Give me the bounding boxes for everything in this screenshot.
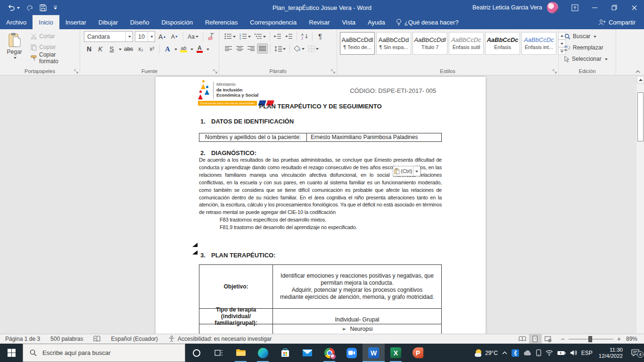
fuente-dialog-launcher[interactable] [213,69,217,74]
tab-archivo[interactable]: Archivo [0,15,33,29]
shrink-font-button[interactable]: A▼ [169,32,180,42]
style-sin-espaciado[interactable]: AaBbCcDd ¶ Sin espa... [376,32,411,55]
zoom-slider-thumb[interactable] [588,336,592,342]
tray-expand-button[interactable] [502,351,507,354]
tell-me-box[interactable]: ¿Qué desea hacer? [391,15,463,29]
page-indicator[interactable]: Página 1 de 3 [0,334,45,344]
bold-button[interactable]: N [84,44,94,54]
microsoft-store-button[interactable] [274,344,296,362]
accessibility-status[interactable]: Accesibilidad: es necesario investigar [163,334,277,344]
avatar[interactable] [547,2,558,13]
restore-button[interactable] [604,0,624,15]
style-enfasis-intenso[interactable]: AaBbCcDc Énfasis int... [521,32,556,55]
shading-button[interactable] [292,43,306,54]
document-area[interactable]: Ministerio de Inclusión Económica y Soci… [0,75,636,334]
underline-button[interactable]: S [107,44,117,54]
increase-indent-button[interactable] [284,31,294,41]
bluetooth-button[interactable] [512,349,519,357]
customize-qat-button[interactable] [53,5,58,10]
vertical-scrollbar[interactable] [636,75,644,334]
zoom-out-button[interactable]: − [561,335,565,343]
scroll-up-button[interactable] [637,76,644,83]
show-paragraph-marks-button[interactable]: ¶ [315,31,325,41]
proofing-status[interactable] [88,334,106,344]
cortana-button[interactable] [185,344,207,362]
grow-font-button[interactable]: A▲ [157,32,167,42]
document-page[interactable]: Ministerio de Inclusión Económica y Soci… [156,77,486,334]
action-center-button[interactable]: 4 [629,349,641,356]
web-layout-button[interactable] [542,334,554,344]
copy-button[interactable]: Copiar [29,42,78,52]
share-button[interactable]: Compartir [590,15,644,29]
find-button[interactable]: Buscar [562,31,614,41]
undo-button[interactable] [8,5,20,11]
numbered-list-button[interactable]: 123 [238,31,252,41]
tab-diseno[interactable]: Diseño [124,15,155,29]
edge-button[interactable] [252,344,274,362]
font-color-caret-icon[interactable] [206,49,209,52]
text-effects-button[interactable]: A [162,44,173,54]
select-button[interactable]: Seleccionar [562,54,614,64]
estilos-dialog-launcher[interactable] [553,69,557,74]
redo-button[interactable] [26,5,33,11]
language-indicator[interactable]: Español (Ecuador) [106,334,163,344]
strikethrough-button[interactable]: abc [123,44,134,54]
your-phone-button[interactable] [536,349,541,356]
save-button[interactable] [40,4,47,11]
clear-formatting-button[interactable] [206,32,217,42]
task-view-button[interactable] [207,344,230,362]
mail-button[interactable] [296,344,318,362]
read-mode-button[interactable] [516,334,529,344]
close-button[interactable] [624,0,644,15]
excel-taskbar-button[interactable]: X [385,344,407,362]
tab-dibujar[interactable]: Dibujar [92,15,124,29]
print-layout-button[interactable] [529,334,542,344]
align-center-button[interactable] [234,43,245,54]
underline-caret-icon[interactable] [119,49,122,52]
style-titulo-7[interactable]: AaBbCcDdl Título 7 [413,32,447,55]
powerpoint-taskbar-button[interactable]: P [407,344,429,362]
file-explorer-button[interactable] [230,344,252,362]
sort-button[interactable]: AZ [299,31,310,41]
language-button[interactable]: ESP [581,350,593,356]
tab-revisar[interactable]: Revisar [303,15,336,29]
highlight-button[interactable]: ab [178,44,189,54]
chrome-button[interactable] [318,344,340,362]
multilevel-list-button[interactable] [253,31,267,41]
zoom-slider[interactable] [569,339,613,339]
paste-options-popup[interactable]: (Ctrl) [393,166,421,176]
collapse-ribbon-button[interactable] [636,70,640,73]
volume-button[interactable] [570,350,577,356]
font-family-caret-icon[interactable] [125,32,132,41]
zoom-in-button[interactable]: + [617,335,621,343]
tab-correspondencia[interactable]: Correspondencia [244,15,303,29]
font-size-combo[interactable]: 10 [135,31,155,42]
tab-insertar[interactable]: Insertar [59,15,92,29]
justify-button[interactable] [257,43,268,54]
parrafo-dialog-launcher[interactable] [331,69,335,74]
tab-disposicion[interactable]: Disposición [155,15,198,29]
replace-button[interactable]: abac Reemplazar [562,42,614,53]
tab-inicio[interactable]: Inicio [33,15,59,29]
minimize-button[interactable] [585,0,604,15]
decrease-indent-button[interactable] [272,31,283,41]
font-color-button[interactable]: A [194,44,205,54]
tab-vista[interactable]: Vista [336,15,362,29]
italic-button[interactable]: K [95,44,106,54]
tab-ayuda[interactable]: Ayuda [362,15,391,29]
change-case-button[interactable]: Aa [187,32,199,42]
portapapeles-dialog-launcher[interactable] [74,69,78,74]
text-effects-caret-icon[interactable] [174,49,177,52]
line-spacing-button[interactable] [273,43,287,54]
align-left-button[interactable] [223,43,233,54]
paste-button[interactable]: Pegar [2,31,27,66]
scrollbar-thumb[interactable] [637,92,644,141]
wifi-button[interactable] [545,350,553,356]
clock[interactable]: 11:30 12/4/2022 [599,347,623,359]
word-count[interactable]: 500 palabras [45,334,88,344]
word-taskbar-button[interactable]: W [363,344,385,362]
style-texto-de[interactable]: AaBbCcDdl ¶ Texto de... [340,32,375,55]
weather-button[interactable]: 29°C [475,349,498,357]
battery-button[interactable] [557,351,566,355]
highlight-caret-icon[interactable] [190,49,193,52]
